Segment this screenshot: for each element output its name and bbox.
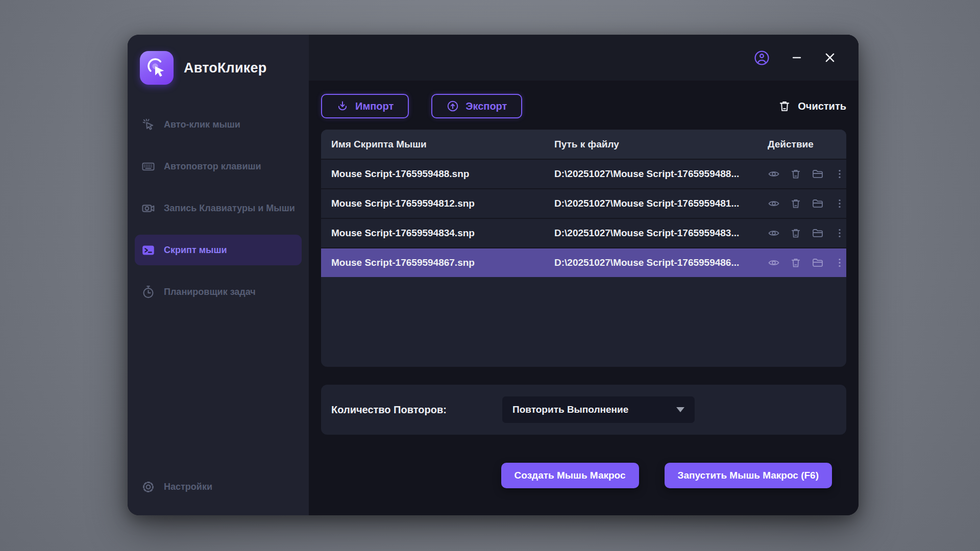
app-title: АвтоКликер: [184, 60, 266, 76]
script-name: Mouse Script-17659594867.snp: [321, 257, 544, 268]
row-actions: [757, 168, 846, 180]
close-button[interactable]: [822, 49, 838, 66]
repeat-mode-dropdown[interactable]: Повторить Выполнение: [502, 396, 695, 423]
close-icon: [824, 52, 836, 64]
kebab-menu-icon: [834, 257, 846, 269]
eye-icon: [768, 227, 780, 239]
sidebar-item-settings[interactable]: Настройки: [135, 471, 302, 502]
folder-icon: [812, 227, 824, 239]
app-window: АвтоКликер Авто-клик мыши: [128, 35, 859, 515]
sidebar-item-record[interactable]: Запись Клавиатуры и Мыши: [135, 193, 302, 223]
sidebar-item-label: Авто-клик мыши: [164, 119, 240, 130]
sidebar-item-mouse-script[interactable]: Скрипт мыши: [135, 235, 302, 265]
delete-script-button[interactable]: [790, 197, 802, 210]
folder-icon: [812, 197, 824, 210]
import-button[interactable]: Импорт: [321, 94, 409, 118]
script-name: Mouse Script-17659594834.snp: [321, 228, 544, 239]
chevron-down-icon: [676, 407, 684, 412]
sidebar-item-key-repeat[interactable]: Автоповтор клавиши: [135, 151, 302, 182]
folder-icon: [812, 257, 824, 269]
toolbar: Импорт Экспорт: [321, 94, 846, 118]
eye-icon: [768, 257, 780, 269]
script-path: D:\20251027\Mouse Script-1765959481...: [544, 198, 757, 209]
run-macro-button[interactable]: Запустить Мышь Макрос (F6): [665, 463, 832, 488]
main-area: Импорт Экспорт: [309, 35, 859, 515]
create-macro-button[interactable]: Создать Мышь Макрос: [501, 463, 639, 488]
repeat-count-label: Количество Повторов:: [331, 404, 502, 416]
table-row[interactable]: Mouse Script-17659594867.snpD:\20251027\…: [321, 247, 846, 277]
footer-actions: Создать Мышь Макрос Запустить Мышь Макро…: [321, 463, 846, 488]
kebab-menu-icon: [834, 227, 846, 239]
table-body: Mouse Script-1765959488.snpD:\20251027\M…: [321, 159, 846, 277]
view-script-button[interactable]: [768, 168, 780, 180]
sidebar-item-label: Настройки: [164, 482, 212, 492]
trash-icon: [790, 197, 802, 210]
row-actions: [757, 257, 846, 269]
more-options-button[interactable]: [834, 197, 846, 210]
script-path: D:\20251027\Mouse Script-1765959483...: [544, 228, 757, 239]
sidebar: АвтоКликер Авто-клик мыши: [128, 35, 309, 515]
trash-icon: [778, 99, 791, 113]
download-icon: [336, 100, 349, 112]
minimize-button[interactable]: [789, 50, 804, 65]
table-row[interactable]: Mouse Script-1765959488.snpD:\20251027\M…: [321, 159, 846, 188]
trash-icon: [790, 257, 802, 269]
table-row[interactable]: Mouse Script-17659594812.snpD:\20251027\…: [321, 188, 846, 218]
kebab-menu-icon: [834, 197, 846, 210]
stopwatch-icon: [141, 285, 155, 299]
gear-icon: [141, 480, 155, 494]
cursor-click-icon: [141, 118, 155, 132]
folder-icon: [812, 168, 824, 180]
trash-icon: [790, 227, 802, 239]
titlebar: [309, 35, 859, 81]
sidebar-item-label: Автоповтор клавиши: [164, 161, 261, 172]
repeat-mode-value: Повторить Выполнение: [512, 404, 628, 415]
sidebar-item-label: Запись Клавиатуры и Мыши: [164, 203, 295, 214]
sidebar-item-task-scheduler[interactable]: Планировщик задач: [135, 277, 302, 307]
video-camera-icon: [141, 202, 155, 215]
sidebar-spacer: [135, 318, 302, 471]
view-script-button[interactable]: [768, 197, 780, 210]
script-path: D:\20251027\Mouse Script-1765959486...: [544, 257, 757, 268]
delete-script-button[interactable]: [790, 257, 802, 269]
sidebar-item-auto-click[interactable]: Авто-клик мыши: [135, 109, 302, 140]
terminal-icon: [141, 243, 155, 257]
sidebar-item-label: Планировщик задач: [164, 287, 256, 297]
kebab-menu-icon: [834, 168, 846, 180]
script-name: Mouse Script-17659594812.snp: [321, 198, 544, 209]
row-actions: [757, 197, 846, 210]
delete-script-button[interactable]: [790, 168, 802, 180]
view-script-button[interactable]: [768, 257, 780, 269]
view-script-button[interactable]: [768, 227, 780, 239]
script-table: Имя Скрипта Мыши Путь к файлу Действие M…: [321, 130, 846, 367]
more-options-button[interactable]: [834, 227, 846, 239]
script-path: D:\20251027\Mouse Script-1765959488...: [544, 168, 757, 180]
clear-button[interactable]: Очистить: [778, 99, 846, 113]
open-folder-button[interactable]: [812, 197, 824, 210]
table-row[interactable]: Mouse Script-17659594834.snpD:\20251027\…: [321, 218, 846, 247]
open-folder-button[interactable]: [812, 227, 824, 239]
more-options-button[interactable]: [834, 257, 846, 269]
content: Импорт Экспорт: [309, 81, 859, 515]
export-button[interactable]: Экспорт: [431, 94, 522, 118]
delete-script-button[interactable]: [790, 227, 802, 239]
open-folder-button[interactable]: [812, 168, 824, 180]
more-options-button[interactable]: [834, 168, 846, 180]
column-header-action: Действие: [757, 139, 846, 150]
export-label: Экспорт: [465, 101, 507, 112]
row-actions: [757, 227, 846, 239]
eye-icon: [768, 168, 780, 180]
sidebar-menu: Авто-клик мыши Автоповтор клавиши: [135, 109, 302, 318]
import-label: Импорт: [355, 101, 394, 112]
sidebar-item-label: Скрипт мыши: [164, 245, 227, 256]
keyboard-icon: [141, 160, 155, 173]
repeat-panel: Количество Повторов: Повторить Выполнени…: [321, 385, 846, 435]
app-logo-icon: [140, 51, 174, 85]
clear-label: Очистить: [798, 101, 846, 112]
open-folder-button[interactable]: [812, 257, 824, 269]
user-account-button[interactable]: [752, 48, 772, 68]
eye-icon: [768, 197, 780, 210]
table-header: Имя Скрипта Мыши Путь к файлу Действие: [321, 130, 846, 159]
trash-icon: [790, 168, 802, 180]
user-icon: [754, 50, 770, 66]
